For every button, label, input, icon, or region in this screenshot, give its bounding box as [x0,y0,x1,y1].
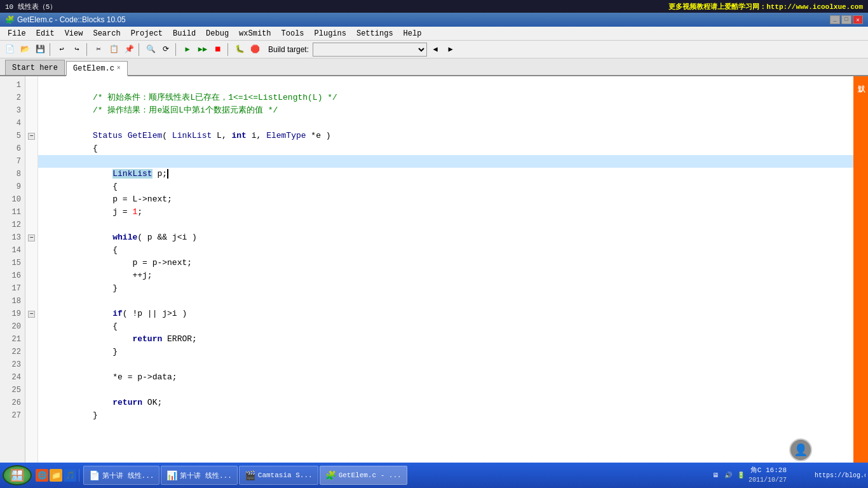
code-line-9: p = L->next; [38,180,853,193]
quick-launch: 🌐 📁 🎵 [33,469,79,482]
fold-12 [25,219,37,231]
right-panel-label[interactable]: 默认 [853,76,868,464]
code-line-10: j = 1; [38,193,853,206]
taskbar-icon-4: 🧩 [325,470,336,481]
ql-media[interactable]: 🎵 [64,469,76,482]
taskbar-item-1[interactable]: 📄 第十讲 线性... [83,466,159,485]
tray-battery[interactable]: 🔋 [736,470,746,480]
fold-17 [25,282,37,295]
title-bar-controls: _ □ ✕ [830,15,863,24]
fold-20 [25,320,37,333]
menu-wxsmith[interactable]: wxSmith [234,28,276,39]
code-line-20: return ERROR; [38,320,853,333]
menu-plugins[interactable]: Plugins [309,28,351,39]
maximize-button[interactable]: □ [841,15,851,24]
tb-find[interactable]: 🔍 [144,43,158,57]
fold-27 [25,409,37,422]
tb-redo[interactable]: ↪ [70,43,84,57]
clock-date: 2011/10/27 [749,476,787,485]
ln-9: 9 [0,180,25,193]
ql-browser[interactable]: 🌐 [36,469,48,482]
tb-copy[interactable]: 📋 [107,43,121,57]
tray-network[interactable]: 🖥 [710,470,721,480]
tb-build-target-prev[interactable]: ◀ [428,43,442,57]
menu-debug[interactable]: Debug [201,28,234,39]
menu-edit[interactable]: Edit [31,28,60,39]
minimize-button[interactable]: _ [830,15,840,24]
fold-box-13[interactable]: − [28,234,35,241]
tb-paste[interactable]: 📌 [122,43,136,57]
taskbar-icon-2: 📊 [166,470,177,481]
start-button[interactable]: 🪟 [3,465,32,485]
fold-6 [25,142,37,155]
code-line-11 [38,206,853,219]
tb-run[interactable]: ▶▶ [196,43,210,57]
code-line-14: p = p->next; [38,244,853,257]
taskbar-item-3[interactable]: 🎬 Camtasia S... [239,466,318,485]
tb-sep4 [175,43,178,56]
fold-5[interactable]: − [25,130,37,142]
tb-build-target-next[interactable]: ▶ [444,43,458,57]
code-line-2: /* 操作结果：用e返回L中第i个数据元素的值 */ [38,92,853,104]
code-area[interactable]: /* 初始条件：顺序线性表L已存在，1<=i<=ListLength(L) */… [38,76,853,464]
tb-replace[interactable]: ⟳ [159,43,173,57]
tab-getelem[interactable]: GetElem.c × [66,61,128,76]
code-line-4: Status GetElem( LinkList L, int i, ElemT… [38,117,853,130]
tb-save[interactable]: 💾 [33,43,47,57]
build-target-select[interactable] [313,43,427,57]
menu-file[interactable]: File [3,28,31,39]
tb-stop[interactable]: ⏹ [211,43,225,57]
tab-start-here[interactable]: Start here [5,60,65,75]
tray-sound[interactable]: 🔊 [723,470,733,480]
fold-box-19[interactable]: − [28,311,35,318]
code-line-26: } [38,396,853,409]
menu-view[interactable]: View [60,28,88,39]
menu-search[interactable]: Search [88,28,125,39]
user-avatar[interactable]: 👤 [789,438,812,461]
fold-box-5[interactable]: − [28,133,35,140]
fold-14 [25,244,37,257]
taskbar-item-4[interactable]: 🧩 GetElem.c - ... [320,466,407,485]
tb-debug-stop[interactable]: 🛑 [248,43,262,57]
tb-undo[interactable]: ↩ [55,43,69,57]
fold-13[interactable]: − [25,231,37,244]
menu-tools[interactable]: Tools [276,28,309,39]
menu-settings[interactable]: Settings [351,28,398,39]
taskbar-label-4: GetElem.c - ... [339,471,402,479]
fold-24 [25,371,37,384]
tb-open[interactable]: 📂 [18,43,32,57]
ln-11: 11 [0,206,25,219]
title-bar-icon: 🧩 [5,15,15,25]
close-button[interactable]: ✕ [853,15,863,24]
fold-11 [25,206,37,219]
ln-10: 10 [0,193,25,206]
ln-22: 22 [0,346,25,358]
fold-16 [25,269,37,282]
clock-area[interactable]: 角C 16:28 2011/10/27 [749,466,787,484]
fold-1 [25,79,37,92]
fold-19[interactable]: − [25,308,37,320]
ln-20: 20 [0,320,25,333]
fold-9 [25,180,37,193]
tab-close-icon[interactable]: × [117,65,121,72]
clock-time: 角C 16:28 [749,466,787,475]
taskbar-item-2[interactable]: 📊 第十讲 线性... [161,466,237,485]
taskbar-icon-3: 🎬 [245,470,255,481]
tb-cut[interactable]: ✂ [92,43,105,57]
tb-compile[interactable]: ▶ [180,43,194,57]
ln-15: 15 [0,257,25,269]
menu-project[interactable]: Project [126,28,168,39]
ln-8: 8 [0,168,25,180]
fold-25 [25,384,37,396]
ln-16: 16 [0,269,25,282]
tb-new[interactable]: 📄 [3,43,17,57]
taskbar-icon-1: 📄 [89,470,100,481]
menu-help[interactable]: Help [398,28,427,39]
code-line-12: while( p && j<i ) [38,219,853,231]
ln-21: 21 [0,333,25,346]
ln-5: 5 [0,130,25,142]
tb-debug-run[interactable]: 🐛 [233,43,247,57]
ql-folder[interactable]: 📁 [50,469,62,482]
tb-sep3 [139,43,141,56]
menu-build[interactable]: Build [168,28,201,39]
